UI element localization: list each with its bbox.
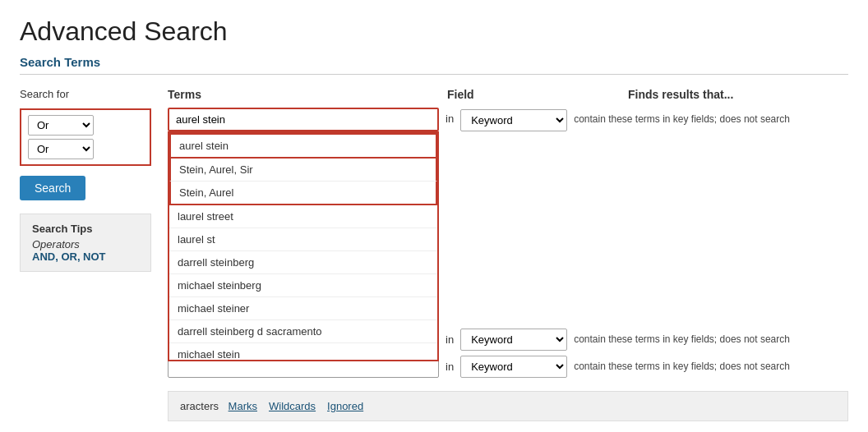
wildcards-link[interactable]: Wildcards xyxy=(269,400,316,412)
search-row-1: aurel stein Stein, Aurel, Sir Stein, Aur… xyxy=(168,108,848,131)
operators-label: Operators xyxy=(32,238,139,250)
in-label-3: in xyxy=(446,361,454,373)
autocomplete-dropdown: aurel stein Stein, Aurel, Sir Stein, Aur… xyxy=(168,131,439,361)
autocomplete-item[interactable]: aurel stein xyxy=(169,133,437,159)
finds-text-2: contain these terms in key fields; does … xyxy=(574,333,790,347)
autocomplete-item[interactable]: Stein, Aurel xyxy=(169,182,437,205)
ignored-link[interactable]: Ignored xyxy=(327,400,363,412)
search-tips-box: Search Tips Operators AND, OR, NOT xyxy=(20,214,151,272)
autocomplete-item[interactable]: Stein, Aurel, Sir xyxy=(169,159,437,182)
search-terms-heading: Search Terms xyxy=(20,55,848,75)
col-finds-header: Finds results that... xyxy=(628,88,733,101)
page-title: Advanced Search xyxy=(20,16,848,47)
in-label-2: in xyxy=(446,333,454,346)
operator-select-1[interactable]: Or And Not xyxy=(28,115,94,136)
results-info: aracters Marks Wildcards Ignored xyxy=(168,391,848,421)
field-select-1[interactable]: Keyword Title Author Subject xyxy=(460,109,567,131)
finds-text-3: contain these terms in key fields; does … xyxy=(574,360,790,374)
autocomplete-wrapper: aurel stein Stein, Aurel, Sir Stein, Aur… xyxy=(168,108,439,131)
in-label-1: in xyxy=(446,113,454,125)
search-button[interactable]: Search xyxy=(20,176,85,200)
characters-label: aracters xyxy=(180,400,219,412)
autocomplete-item[interactable]: michael steiner xyxy=(169,297,437,320)
search-tips-title: Search Tips xyxy=(32,223,139,235)
autocomplete-item[interactable]: darrell steinberg d sacramento xyxy=(169,320,437,343)
field-select-3[interactable]: Keyword Title Author Subject xyxy=(460,356,567,378)
finds-text-1: contain these terms in key fields; does … xyxy=(574,113,790,126)
columns-header: Terms Field Finds results that... xyxy=(168,88,848,101)
autocomplete-item[interactable]: michael steinberg xyxy=(169,274,437,297)
operators-values: AND, OR, NOT xyxy=(32,250,139,263)
autocomplete-item[interactable]: laurel st xyxy=(169,228,437,251)
autocomplete-item[interactable]: laurel street xyxy=(169,205,437,228)
field-select-2[interactable]: Keyword Title Author Subject xyxy=(460,329,567,351)
autocomplete-item[interactable]: michael stein xyxy=(169,343,437,361)
col-field-header: Field xyxy=(447,88,628,101)
autocomplete-item[interactable]: darrell steinberg xyxy=(169,251,437,274)
operators-box: Or And Not Or And Not xyxy=(20,108,151,166)
results-links: Marks Wildcards Ignored xyxy=(229,400,364,412)
search-for-label: Search for xyxy=(20,88,151,100)
marks-link[interactable]: Marks xyxy=(229,400,257,412)
operator-select-2[interactable]: Or And Not xyxy=(28,139,94,159)
col-terms-header: Terms xyxy=(168,88,447,101)
term-input-1[interactable] xyxy=(168,108,439,131)
